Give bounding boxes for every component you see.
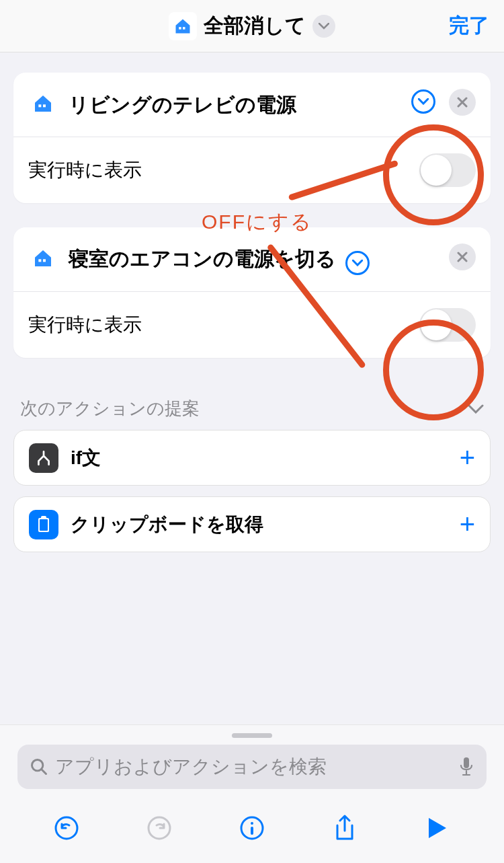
shortcut-app-icon (169, 12, 197, 40)
search-icon (30, 757, 48, 776)
toggle-knob (421, 309, 452, 340)
svg-rect-15 (251, 827, 253, 835)
show-when-run-toggle[interactable] (419, 153, 476, 187)
svg-point-14 (251, 822, 253, 825)
mic-icon[interactable] (458, 756, 474, 778)
chevron-down-icon (468, 404, 484, 414)
expand-icon[interactable] (345, 251, 370, 275)
bottom-area: アプリおよびアクションを検索 (0, 724, 504, 863)
close-icon (457, 252, 468, 262)
search-bar[interactable]: アプリおよびアクションを検索 (17, 745, 487, 789)
if-icon (29, 443, 58, 473)
suggestions-header[interactable]: 次のアクションの提案 (13, 382, 491, 430)
toolbar (0, 801, 504, 863)
close-icon (457, 97, 468, 108)
home-icon (32, 93, 54, 114)
home-app-icon (28, 89, 58, 118)
suggestion-item-clipboard[interactable]: クリップボードを取得 + (13, 496, 491, 552)
header-title: 全部消して (204, 12, 306, 40)
clipboard-icon (29, 510, 58, 539)
delete-action-button[interactable] (449, 89, 476, 116)
home-icon (32, 248, 54, 269)
svg-rect-8 (40, 519, 48, 531)
svg-rect-3 (43, 104, 46, 107)
action-body: 実行時に表示 (13, 292, 491, 358)
action-title: 寝室のエアコンの電源を切る (69, 248, 336, 270)
content: リビングのテレビの電源 実行時に表示 (0, 52, 504, 552)
suggestion-item-if[interactable]: if文 + (13, 430, 491, 486)
share-button[interactable] (330, 813, 360, 843)
header-chevron-icon[interactable] (312, 15, 335, 38)
undo-button[interactable] (52, 813, 81, 843)
expand-icon[interactable] (411, 89, 435, 114)
svg-rect-4 (38, 259, 41, 262)
svg-rect-1 (183, 27, 185, 29)
done-button[interactable]: 完了 (449, 12, 489, 40)
suggestion-label: if文 (71, 445, 460, 471)
action-header[interactable]: 寝室のエアコンの電源を切る (13, 227, 491, 292)
show-when-run-label: 実行時に表示 (28, 157, 142, 183)
svg-rect-0 (179, 27, 181, 29)
suggestions-title: 次のアクションの提案 (20, 397, 200, 420)
show-when-run-label: 実行時に表示 (28, 312, 142, 338)
play-button[interactable] (423, 813, 452, 843)
action-card: リビングのテレビの電源 実行時に表示 (13, 73, 491, 203)
action-header[interactable]: リビングのテレビの電源 (13, 73, 491, 137)
info-button[interactable] (237, 813, 267, 843)
search-placeholder: アプリおよびアクションを検索 (55, 754, 458, 780)
svg-rect-5 (43, 259, 46, 262)
svg-rect-10 (464, 757, 469, 768)
redo-button[interactable] (144, 813, 174, 843)
action-title: リビングのテレビの電源 (69, 89, 405, 120)
toggle-knob (421, 155, 452, 186)
suggestion-label: クリップボードを取得 (71, 512, 460, 537)
sheet-grabber[interactable] (232, 733, 272, 738)
action-card: 寝室のエアコンの電源を切る 実行時に表示 (13, 227, 491, 358)
header-title-group[interactable]: 全部消して (169, 12, 335, 40)
svg-rect-2 (38, 104, 41, 107)
home-app-icon (28, 243, 58, 273)
action-body: 実行時に表示 (13, 137, 491, 203)
show-when-run-toggle[interactable] (419, 308, 476, 342)
header: 全部消して 完了 (0, 0, 504, 52)
home-icon (173, 17, 192, 36)
add-icon[interactable]: + (460, 443, 475, 473)
add-icon[interactable]: + (460, 509, 475, 539)
delete-action-button[interactable] (449, 243, 476, 270)
